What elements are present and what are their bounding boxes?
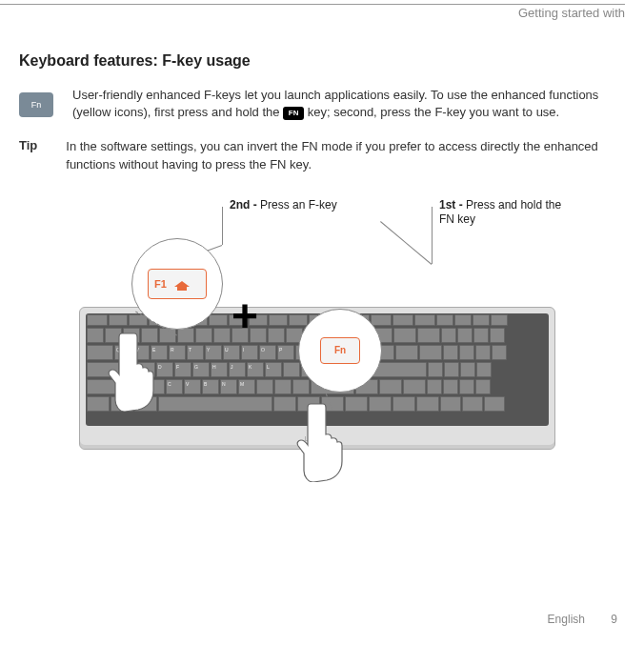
- keyboard-key: [87, 314, 108, 326]
- keyboard-key: R: [169, 345, 186, 360]
- keyboard-key: [158, 396, 272, 412]
- keyboard-key: [457, 328, 473, 343]
- keyboard-key: [269, 314, 288, 326]
- keyboard-key: I: [241, 345, 258, 360]
- callout-step2-text: Press an F-key: [260, 198, 337, 212]
- keyboard-key: [393, 328, 416, 343]
- leader-line: [380, 221, 432, 265]
- keyboard-key: B: [202, 379, 219, 394]
- f1-key-label: F1: [154, 278, 167, 290]
- keyboard-key: [177, 328, 194, 343]
- keyboard-key: [476, 362, 492, 377]
- keyboard-key: [454, 314, 472, 326]
- keyboard-key: [392, 314, 413, 326]
- header-section: Getting started with: [518, 6, 625, 20]
- keyboard-key: [462, 396, 483, 412]
- keyboard-key: C: [166, 379, 183, 394]
- keyboard-key: [444, 362, 459, 377]
- keyboard-key: [459, 345, 474, 360]
- keyboard-key: [395, 345, 418, 360]
- diagram: 2nd - Press an F-key 1st - Press and hol…: [50, 202, 584, 478]
- keyboard-key: [87, 328, 104, 343]
- keyboard-key: L: [265, 362, 282, 377]
- callout-step1-bold: 1st -: [439, 198, 466, 212]
- keyboard-key: [195, 328, 212, 343]
- keyboard-key: [256, 379, 273, 394]
- pointing-hand-icon: [296, 396, 353, 482]
- keyboard-key: [443, 379, 458, 394]
- keyboard-key: [416, 396, 439, 412]
- fn-inline-key-icon: FN: [283, 107, 304, 120]
- page-title: Keyboard features: F-key usage: [19, 52, 615, 70]
- keyboard-key: [473, 314, 490, 326]
- keyboard-key: V: [184, 379, 201, 394]
- keyboard-key: [414, 314, 435, 326]
- keyboard-key: [492, 345, 507, 360]
- callout-step2: 2nd - Press an F-key: [230, 198, 337, 212]
- keyboard-key: [484, 396, 505, 412]
- keyboard-key: [379, 379, 402, 394]
- keyboard-key: [427, 379, 442, 394]
- keyboard-key: [109, 314, 128, 326]
- keyboard-key: [392, 396, 415, 412]
- home-icon: [174, 277, 190, 291]
- keyboard-key: [403, 379, 426, 394]
- keyboard-key: [436, 314, 453, 326]
- keyboard-key: [292, 379, 310, 394]
- keyboard-key: [490, 328, 505, 343]
- keyboard-key: [491, 314, 508, 326]
- leader-line: [222, 207, 223, 245]
- keyboard-key: J: [229, 362, 246, 377]
- keyboard-key: Y: [205, 345, 222, 360]
- fn-badge-icon: Fn: [19, 92, 53, 117]
- tip-text: In the software settings, you can invert…: [66, 138, 615, 172]
- keyboard-key: [268, 328, 285, 343]
- fn-key: Fn: [320, 337, 360, 364]
- keyboard-key: [460, 362, 475, 377]
- keyboard-key: H: [211, 362, 228, 377]
- keyboard-key: [274, 379, 292, 394]
- keyboard-key: N: [220, 379, 237, 394]
- callout-step2-bold: 2nd -: [230, 198, 260, 212]
- tip-label: Tip: [19, 138, 37, 172]
- keyboard-key: [417, 328, 440, 343]
- keyboard-key: [283, 362, 300, 377]
- keyboard-key: [369, 396, 392, 412]
- keyboard-key: [289, 314, 308, 326]
- keyboard-key: P: [277, 345, 294, 360]
- f1-key: F1: [148, 269, 207, 299]
- keyboard-key: [475, 345, 491, 360]
- keyboard-key: [428, 362, 443, 377]
- keyboard-key: [87, 396, 110, 412]
- keyboard-key: G: [192, 362, 210, 377]
- keyboard-key: [459, 379, 474, 394]
- plus-icon: +: [231, 293, 258, 339]
- keyboard-key: [441, 328, 456, 343]
- keyboard-key: [209, 314, 228, 326]
- keyboard-key: [371, 314, 392, 326]
- keyboard-key: [419, 345, 442, 360]
- keyboard-key: O: [259, 345, 276, 360]
- keyboard-key: [475, 379, 491, 394]
- keyboard-key: [443, 345, 458, 360]
- keyboard-key: [440, 396, 461, 412]
- intro-paragraph: User-friendly enhanced F-keys let you la…: [72, 87, 615, 121]
- keyboard-key: M: [238, 379, 255, 394]
- keyboard-key: [473, 328, 489, 343]
- footer-language: English: [548, 613, 585, 626]
- footer: English 9: [548, 613, 617, 626]
- leader-line: [432, 207, 433, 264]
- pointing-hand-icon: [108, 326, 165, 412]
- keyboard-key: [273, 396, 296, 412]
- keyboard-key: U: [223, 345, 240, 360]
- fn-key-callout: Fn: [298, 309, 382, 393]
- keyboard-key: K: [247, 362, 264, 377]
- callout-step1: 1st - Press and hold the FN key: [439, 198, 573, 228]
- keyboard-key: T: [187, 345, 204, 360]
- intro-after: key; second, press the F-key you want to…: [308, 105, 559, 119]
- keyboard-key: F: [174, 362, 191, 377]
- footer-page-number: 9: [611, 613, 617, 626]
- keyboard-key: [213, 328, 231, 343]
